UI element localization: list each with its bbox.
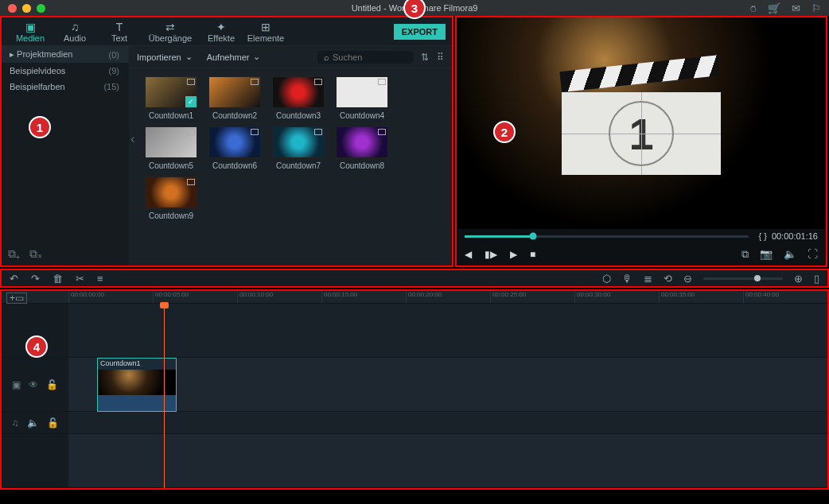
close-window-icon[interactable]	[8, 4, 17, 13]
effects-icon: ✦	[216, 21, 226, 33]
stop-button[interactable]: ■	[530, 249, 535, 260]
voiceover-icon[interactable]: 🎙	[622, 273, 632, 285]
clip-thumbnail[interactable]	[145, 126, 197, 158]
clip-label: Countdown4	[340, 111, 384, 120]
clip-thumbnail[interactable]	[145, 76, 197, 108]
grid-view-icon[interactable]: ⠿	[437, 52, 444, 63]
sidebar-item-samplecolors[interactable]: Beispielfarben(15)	[2, 79, 129, 95]
timeline-tracks[interactable]: Countdown1	[68, 304, 827, 488]
video-track-icon[interactable]: ▣	[12, 379, 21, 390]
lock-icon[interactable]: 🔓	[47, 417, 59, 428]
maximize-window-icon[interactable]	[37, 4, 45, 13]
sidebar-item-projectmedia[interactable]: ▸ Projektmedien(0)	[2, 46, 129, 63]
delete-button[interactable]: 🗑	[53, 273, 63, 285]
tab-elements[interactable]: ⊞Elemente	[243, 17, 288, 45]
add-track-icon[interactable]: +▭	[6, 293, 27, 304]
play-button[interactable]: ▶	[510, 249, 517, 260]
video-track[interactable]: Countdown1	[68, 358, 827, 412]
notification-icon[interactable]: ⚐	[811, 2, 821, 14]
tab-media[interactable]: ▣Medien	[8, 17, 53, 45]
scrub-playhead[interactable]	[529, 233, 536, 240]
import-dropdown[interactable]: Importieren⌄	[137, 52, 193, 62]
media-clip[interactable]: Countdown1	[145, 76, 197, 120]
ruler-tick: 00:00:30:00	[574, 291, 659, 303]
timeline-ruler[interactable]: +▭ 00:00:00:0000:00:05:0000:00:10:0000:0…	[2, 291, 827, 304]
lock-icon[interactable]: 🔓	[46, 379, 58, 390]
track-headers: ▣ 👁 🔓 ♫ 🔈 🔓	[2, 304, 68, 488]
clip-thumbnail[interactable]	[336, 76, 388, 108]
media-clip[interactable]: Countdown2	[208, 76, 261, 120]
clip-thumbnail[interactable]	[208, 76, 261, 108]
chevron-down-icon: ⌄	[185, 52, 193, 62]
timeline-playhead[interactable]	[164, 304, 165, 488]
visibility-icon[interactable]: 👁	[29, 379, 38, 390]
media-clip[interactable]: Countdown4	[336, 76, 388, 120]
zoom-in-button[interactable]: ⊕	[794, 273, 803, 285]
step-back-button[interactable]: ▮▶	[485, 249, 497, 260]
zoom-out-button[interactable]: ⊖	[683, 273, 692, 285]
account-icon[interactable]: ⍥	[750, 2, 757, 14]
mixer-icon[interactable]: ≣	[644, 273, 652, 285]
media-clip[interactable]: Countdown8	[336, 126, 388, 170]
filmstrip-icon	[251, 79, 259, 85]
empty-track[interactable]	[68, 304, 827, 358]
clip-thumbnail[interactable]	[272, 126, 325, 158]
minimize-window-icon[interactable]	[22, 4, 31, 13]
export-button[interactable]: EXPORT	[394, 24, 446, 40]
tab-effects[interactable]: ✦Effekte	[199, 17, 243, 45]
tab-text[interactable]: TText	[97, 17, 142, 45]
record-dropdown[interactable]: Aufnehmer⌄	[207, 52, 261, 62]
render-icon[interactable]: ⟲	[664, 273, 672, 285]
brace-icon[interactable]: { }	[758, 231, 766, 241]
video-track-header: ▣ 👁 🔓	[2, 358, 68, 412]
sidebar-item-count: (0)	[109, 50, 119, 60]
tab-label: Effekte	[208, 33, 235, 43]
filmstrip-icon	[187, 179, 195, 185]
redo-button[interactable]: ↷	[31, 273, 40, 285]
prev-frame-button[interactable]: ◀	[465, 249, 472, 260]
audio-track[interactable]	[68, 412, 827, 434]
fullscreen-icon[interactable]: ⛶	[808, 248, 818, 261]
media-clip[interactable]: Countdown5	[145, 126, 197, 170]
cart-icon[interactable]: 🛒	[768, 2, 780, 14]
audio-track-icon[interactable]: ♫	[12, 417, 19, 428]
crop-button[interactable]: ≡	[97, 273, 103, 285]
split-button[interactable]: ✂	[76, 273, 84, 285]
undo-button[interactable]: ↶	[10, 273, 18, 285]
zoom-handle[interactable]	[754, 275, 761, 281]
preview-stage[interactable]: 1 2	[457, 17, 826, 229]
new-folder-icon[interactable]: ⧉₊	[8, 247, 20, 261]
clip-thumbnail[interactable]	[145, 176, 197, 208]
clip-thumbnail[interactable]	[336, 126, 388, 158]
chevron-down-icon: ⌄	[253, 52, 260, 62]
snapshot-icon[interactable]: 📷	[760, 248, 773, 261]
search-input[interactable]	[333, 52, 404, 62]
media-clip[interactable]: Countdown6	[208, 126, 261, 170]
delete-folder-icon[interactable]: ⧉ₓ	[29, 247, 42, 261]
search-box[interactable]: ⌕	[317, 51, 413, 64]
tab-audio[interactable]: ♫Audio	[53, 17, 97, 45]
zoom-slider[interactable]	[703, 277, 783, 280]
timeline-clip[interactable]: Countdown1	[97, 358, 177, 412]
display-settings-icon[interactable]: ⧉	[741, 248, 749, 261]
media-clip[interactable]: Countdown3	[272, 76, 325, 120]
clip-thumbnail[interactable]	[208, 126, 261, 158]
message-icon[interactable]: ✉	[792, 2, 800, 14]
clip-thumbnail[interactable]	[272, 76, 325, 108]
sidebar-item-samplevideos[interactable]: Beispielvideos(9)	[2, 63, 129, 79]
mute-icon[interactable]: 🔈	[27, 417, 39, 428]
clip-label: Countdown2	[212, 111, 257, 120]
filmstrip-icon	[378, 79, 386, 85]
media-sidebar: ▸ Projektmedien(0) Beispielvideos(9) Bei…	[2, 46, 129, 266]
filter-icon[interactable]: ⇅	[421, 52, 429, 63]
media-clip[interactable]: Countdown7	[272, 126, 325, 170]
marker-icon[interactable]: ⬡	[602, 273, 611, 285]
record-label: Aufnehmer	[207, 52, 250, 62]
preview-scrubber[interactable]: { } 00:00:01:16	[457, 229, 826, 243]
zoom-fit-button[interactable]: ▯	[814, 273, 819, 285]
media-clip[interactable]: Countdown9	[145, 176, 197, 220]
empty-track[interactable]	[68, 434, 827, 488]
tab-transitions[interactable]: ⇄Übergänge	[142, 17, 199, 45]
volume-icon[interactable]: 🔈	[784, 248, 796, 261]
scrub-track[interactable]	[465, 235, 749, 238]
